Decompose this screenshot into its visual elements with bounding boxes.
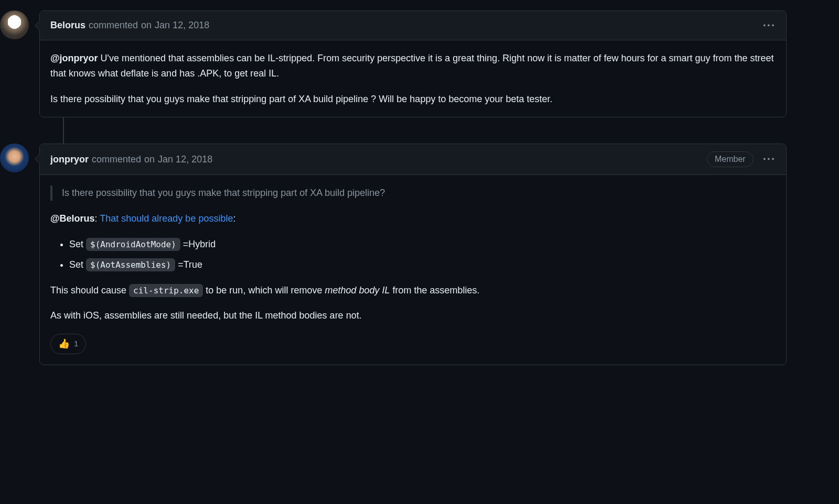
comment-author[interactable]: jonpryor [50, 152, 89, 167]
comment-body: @jonpryor U've mentioned that assemblies… [40, 40, 786, 117]
list: Set $(AndroidAotMode) =Hybrid Set $(AotA… [50, 237, 776, 272]
text: U've mentioned that assemblies can be IL… [50, 53, 774, 79]
text: : [95, 213, 100, 224]
comment-author[interactable]: Belorus [50, 18, 85, 32]
reaction-count: 1 [74, 338, 78, 350]
comment-header-right: ··· [763, 20, 776, 31]
text: =Hybrid [180, 239, 216, 249]
list-item: Set $(AotAssemblies) =True [69, 257, 776, 272]
text: Set [69, 259, 86, 270]
mention[interactable]: @Belorus [50, 213, 95, 224]
mention[interactable]: @jonpryor [50, 53, 98, 63]
kebab-icon[interactable]: ··· [763, 154, 776, 165]
comment-timestamp[interactable]: Jan 12, 2018 [158, 152, 212, 167]
inline-code: cil-strip.exe [129, 284, 203, 297]
kebab-icon[interactable]: ··· [763, 20, 776, 31]
commented-label: commented [92, 152, 141, 167]
comment-header-left: Belorus commented on Jan 12, 2018 [50, 18, 209, 32]
paragraph: Is there possibility that you guys make … [50, 92, 776, 107]
comment-body: Is there possibility that you guys make … [40, 175, 786, 334]
text: Set [69, 239, 86, 249]
inline-code: $(AndroidAotMode) [86, 238, 180, 251]
inline-code: $(AotAssemblies) [86, 258, 175, 271]
paragraph: This should cause cil-strip.exe to be ru… [50, 283, 776, 298]
role-badge: Member [707, 151, 754, 167]
timestamp-on: on [141, 18, 152, 32]
comment-header: Belorus commented on Jan 12, 2018 ··· [40, 11, 786, 40]
comment-header-right: Member ··· [707, 151, 776, 167]
text: from the assemblies. [390, 285, 480, 295]
thumbs-up-icon: 👍 [58, 337, 70, 351]
blockquote: Is there possibility that you guys make … [50, 185, 776, 201]
comment-arrow [35, 20, 40, 31]
comment-item: Belorus commented on Jan 12, 2018 ··· @j… [0, 10, 787, 117]
avatar[interactable] [0, 144, 29, 172]
paragraph: @Belorus: That should already be possibl… [50, 211, 776, 226]
comment-header-left: jonpryor commented on Jan 12, 2018 [50, 152, 212, 167]
timeline: Belorus commented on Jan 12, 2018 ··· @j… [0, 10, 839, 365]
timestamp-on: on [144, 152, 155, 167]
reaction-thumbs-up[interactable]: 👍 1 [50, 334, 86, 354]
paragraph: As with iOS, assemblies are still needed… [50, 308, 776, 323]
reactions-bar: 👍 1 [40, 334, 786, 365]
comment-header: jonpryor commented on Jan 12, 2018 Membe… [40, 144, 786, 175]
emphasis: method body IL [325, 285, 390, 295]
list-item: Set $(AndroidAotMode) =Hybrid [69, 237, 776, 252]
comment-item: jonpryor commented on Jan 12, 2018 Membe… [0, 144, 787, 365]
quote-text: Is there possibility that you guys make … [62, 185, 766, 201]
commented-label: commented [89, 18, 138, 32]
comment-container: Belorus commented on Jan 12, 2018 ··· @j… [39, 10, 787, 117]
text: =True [175, 259, 202, 270]
comment-arrow [35, 154, 40, 164]
comment-timestamp[interactable]: Jan 12, 2018 [155, 18, 209, 32]
paragraph: @jonpryor U've mentioned that assemblies… [50, 51, 776, 81]
text: This should cause [50, 285, 129, 295]
text: : [233, 213, 235, 224]
text: to be run, which will remove [203, 285, 325, 295]
comment-container: jonpryor commented on Jan 12, 2018 Membe… [39, 144, 787, 365]
link[interactable]: That should already be possible [100, 213, 233, 224]
avatar[interactable] [0, 10, 29, 39]
